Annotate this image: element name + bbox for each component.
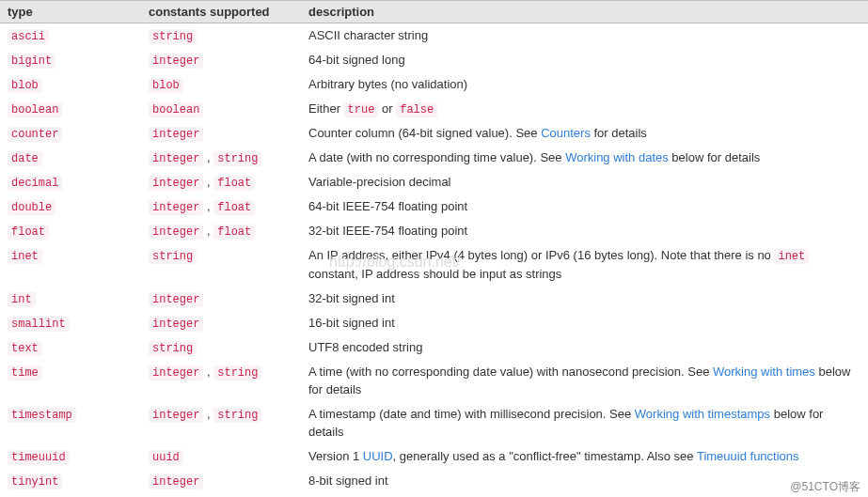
table-row: textstringUTF8 encoded string [0,335,868,360]
doc-link[interactable]: UUID [363,449,393,463]
type-code: smallint [8,317,70,332]
constant-code: integer [149,225,203,240]
types-table: type constants supported description asc… [0,0,868,497]
constant-code: integer [149,292,203,307]
constant-code: integer [149,127,203,142]
table-row: timestampinteger , stringA timestamp (da… [0,402,868,444]
cell-constants: integer [141,121,301,146]
cell-constants: string [141,335,301,360]
cell-constants: integer , float [141,194,301,219]
table-row: booleanbooleanEither true or false [0,97,868,121]
type-code: ascii [8,29,49,44]
doc-link[interactable]: Counters [541,126,591,140]
cell-constants: integer [141,287,301,311]
type-code: decimal [8,176,62,191]
type-code: bigint [8,54,55,69]
constant-code: float [213,200,255,215]
cell-type: decimal [0,170,141,194]
header-description: description [301,1,868,23]
table-row: uuiduuidA UUID (of any version) [0,493,868,498]
cell-description: An IP address, either IPv4 (4 bytes long… [301,243,868,287]
table-row: doubleinteger , float64-bit IEEE-754 flo… [0,194,868,219]
header-type: type [0,1,141,23]
cell-description: A time (with no corresponding date value… [301,360,868,402]
type-code: double [8,200,55,215]
cell-description: ASCII character string [301,23,868,49]
doc-link[interactable]: Timeuuid functions [697,449,799,463]
cell-constants: string [141,243,301,287]
type-code: boolean [8,102,62,117]
cell-constants: boolean [141,97,301,121]
cell-description: Either true or false [301,97,868,121]
cell-type: int [0,287,141,311]
type-code: float [8,225,49,240]
cell-type: smallint [0,311,141,335]
cell-type: uuid [0,493,141,498]
cell-description: 32-bit signed int [301,287,868,311]
cell-description: A date (with no corresponding time value… [301,146,868,170]
cell-constants: integer , string [141,360,301,402]
table-row: tinyintinteger8-bit signed int [0,469,868,493]
cell-type: ascii [0,23,141,49]
cell-type: inet [0,243,141,287]
doc-link[interactable]: Working with timestamps [635,407,770,421]
constant-code: integer [149,408,203,423]
cell-constants: integer , float [141,170,301,194]
constant-code: string [149,249,197,264]
cell-description: Version 1 UUID, generally used as a "con… [301,444,868,469]
constant-code: string [149,341,197,356]
cell-constants: integer , string [141,146,301,170]
doc-link[interactable]: Working with times [713,365,815,379]
cell-description: UTF8 encoded string [301,335,868,360]
cell-description: 64-bit IEEE-754 floating point [301,194,868,219]
cell-constants: integer [141,311,301,335]
type-code: timeuuid [8,450,70,465]
cell-constants: integer [141,469,301,493]
footer-attribution: @51CTO博客 [790,479,860,495]
cell-description: 64-bit signed long [301,48,868,72]
constant-code: integer [149,365,203,381]
cell-description: Arbitrary bytes (no validation) [301,72,868,97]
constant-code: integer [149,474,203,489]
cell-type: double [0,194,141,219]
constant-code: blob [149,78,183,93]
constant-code: string [213,151,261,166]
cell-description: 8-bit signed int [301,469,868,493]
cell-constants: integer , string [141,402,301,444]
constant-code: uuid [149,450,183,465]
cell-constants: uuid [141,444,301,469]
cell-type: timeuuid [0,444,141,469]
type-code: time [8,365,42,381]
table-row: timeinteger , stringA time (with no corr… [0,360,868,402]
cell-type: date [0,146,141,170]
table-row: floatinteger , float32-bit IEEE-754 floa… [0,219,868,243]
cell-constants: uuid [141,493,301,498]
cell-type: float [0,219,141,243]
cell-type: counter [0,121,141,146]
doc-link[interactable]: Working with dates [565,150,669,164]
cell-description: Counter column (64-bit signed value). Se… [301,121,868,146]
constant-code: integer [149,151,203,166]
type-code: date [8,151,42,166]
type-code: blob [8,78,42,93]
cell-description: A UUID (of any version) [301,493,868,498]
cell-type: timestamp [0,402,141,444]
constant-code: float [213,225,255,240]
table-row: timeuuiduuidVersion 1 UUID, generally us… [0,444,868,469]
type-code: text [8,341,42,356]
constant-code: integer [149,200,203,215]
constant-code: string [213,365,261,381]
table-header-row: type constants supported description [0,1,868,23]
table-row: inetstringAn IP address, either IPv4 (4 … [0,243,868,287]
header-constants: constants supported [141,1,301,23]
cell-description: Variable-precision decimal [301,170,868,194]
type-code: timestamp [8,408,76,423]
cell-description: 16-bit signed int [301,311,868,335]
table-row: decimalinteger , floatVariable-precision… [0,170,868,194]
table-row: intinteger32-bit signed int [0,287,868,311]
cell-description: 32-bit IEEE-754 floating point [301,219,868,243]
constant-code: integer [149,54,203,69]
constant-code: string [213,408,261,423]
constant-code: boolean [149,102,203,117]
cell-type: text [0,335,141,360]
